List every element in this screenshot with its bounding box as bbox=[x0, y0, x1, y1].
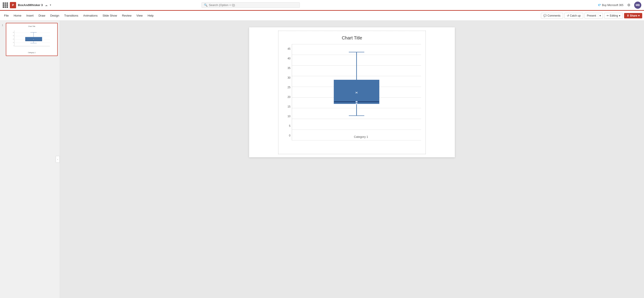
y-tick-15: 15 bbox=[283, 102, 292, 112]
diamond-icon: 💎 bbox=[598, 4, 601, 7]
menu-animations[interactable]: Animations bbox=[81, 13, 100, 19]
menu-slideshow[interactable]: Slide Show bbox=[100, 13, 119, 19]
slide-panel: 1 Chart Title 0 10 20 30 40 bbox=[0, 21, 60, 298]
title-chevron-button[interactable]: ▾ bbox=[50, 3, 52, 7]
share-icon: ⬆ bbox=[627, 14, 629, 17]
slide-canvas[interactable]: Chart Title 051015202530354045 Category … bbox=[249, 27, 455, 157]
search-input[interactable] bbox=[209, 3, 298, 7]
y-tick-20: 20 bbox=[283, 92, 292, 102]
avatar-button[interactable]: MB bbox=[634, 2, 641, 9]
x-axis-label: Category 1 bbox=[301, 133, 421, 140]
document-title: BoxAndWhisker 3 bbox=[18, 3, 43, 7]
settings-button[interactable]: ⚙ bbox=[625, 2, 632, 9]
boxplot-svg: × bbox=[292, 44, 421, 133]
share-button[interactable]: ⬆ Share ▾ bbox=[624, 13, 642, 18]
quartile-marker-0 bbox=[356, 103, 358, 104]
slide-number: 1 bbox=[2, 24, 3, 27]
menu-draw[interactable]: Draw bbox=[36, 13, 48, 19]
editing-chevron-icon: ▾ bbox=[619, 14, 620, 17]
waffle-icon[interactable] bbox=[3, 3, 8, 8]
title-bar: P BoxAndWhisker 3 ☁ ▾ 🔍 💎 Buy Microsoft … bbox=[0, 0, 644, 11]
menu-design[interactable]: Design bbox=[48, 13, 62, 19]
svg-text:30: 30 bbox=[13, 35, 14, 36]
svg-text:10: 10 bbox=[13, 42, 14, 43]
chart-body: 051015202530354045 Category 1 × bbox=[283, 44, 421, 147]
chart-plot-area: Category 1 × bbox=[292, 44, 421, 140]
canvas-area[interactable]: Chart Title 051015202530354045 Category … bbox=[60, 21, 644, 298]
y-tick-0: 0 bbox=[283, 131, 292, 140]
svg-text:20: 20 bbox=[13, 39, 14, 40]
chart-container[interactable]: Chart Title 051015202530354045 Category … bbox=[278, 31, 426, 154]
buy-microsoft-button[interactable]: 💎 Buy Microsoft 365 bbox=[598, 4, 624, 7]
editing-button[interactable]: ✏ Editing ▾ bbox=[604, 13, 623, 19]
search-icon: 🔍 bbox=[204, 3, 208, 7]
comment-icon: 💬 bbox=[544, 14, 547, 17]
quartile-marker-1 bbox=[356, 101, 358, 102]
search-bar: 🔍 bbox=[202, 2, 300, 8]
menu-review[interactable]: Review bbox=[120, 13, 134, 19]
y-axis: 051015202530354045 bbox=[283, 44, 292, 140]
cloud-icon: ☁ bbox=[45, 4, 48, 7]
catchup-icon: ↺ bbox=[567, 14, 569, 17]
menu-insert[interactable]: Insert bbox=[24, 13, 36, 19]
slide-thumb-inner: Chart Title 0 10 20 30 40 bbox=[6, 23, 57, 56]
menu-file[interactable]: File bbox=[2, 13, 11, 19]
grid-line-0 bbox=[292, 140, 421, 140]
menu-transitions[interactable]: Transitions bbox=[62, 13, 80, 19]
menu-home[interactable]: Home bbox=[12, 13, 24, 19]
comments-button[interactable]: 💬 Comments bbox=[541, 13, 563, 19]
mean-marker: × bbox=[355, 90, 358, 95]
title-right-actions: 💎 Buy Microsoft 365 ⚙ MB bbox=[598, 2, 641, 9]
menu-help[interactable]: Help bbox=[145, 13, 156, 19]
menu-bar: File Home Insert Draw Design Transitions… bbox=[0, 11, 644, 21]
panel-collapse-button[interactable]: ‹ bbox=[56, 156, 60, 163]
y-tick-45: 45 bbox=[283, 44, 292, 54]
svg-text:40: 40 bbox=[13, 32, 14, 33]
svg-text:0: 0 bbox=[14, 45, 14, 46]
thumb-category-label: Category 1 bbox=[28, 52, 36, 53]
svg-text:×: × bbox=[33, 39, 34, 40]
y-tick-25: 25 bbox=[283, 83, 292, 92]
gear-icon: ⚙ bbox=[627, 3, 630, 7]
y-tick-5: 5 bbox=[283, 121, 292, 131]
present-chevron-icon[interactable]: ▾ bbox=[598, 14, 602, 17]
y-tick-40: 40 bbox=[283, 54, 292, 63]
y-tick-10: 10 bbox=[283, 112, 292, 121]
present-button-group[interactable]: Present ▾ bbox=[584, 13, 603, 19]
thumb-chart-svg: 0 10 20 30 40 bbox=[11, 26, 51, 48]
catchup-button[interactable]: ↺ Catch up bbox=[564, 13, 583, 19]
menu-right-actions: 💬 Comments ↺ Catch up Present ▾ ✏ Editin… bbox=[541, 13, 642, 19]
y-tick-35: 35 bbox=[283, 63, 292, 73]
main-area: 1 Chart Title 0 10 20 30 40 bbox=[0, 21, 644, 298]
share-chevron-icon: ▾ bbox=[638, 14, 640, 17]
edit-icon: ✏ bbox=[607, 14, 609, 17]
slide-thumbnail[interactable]: Chart Title 0 10 20 30 40 bbox=[6, 23, 58, 56]
menu-view[interactable]: View bbox=[134, 13, 145, 19]
powerpoint-logo: P bbox=[10, 2, 16, 8]
present-label[interactable]: Present bbox=[585, 14, 598, 17]
y-tick-30: 30 bbox=[283, 73, 292, 83]
chart-title: Chart Title bbox=[283, 35, 421, 41]
